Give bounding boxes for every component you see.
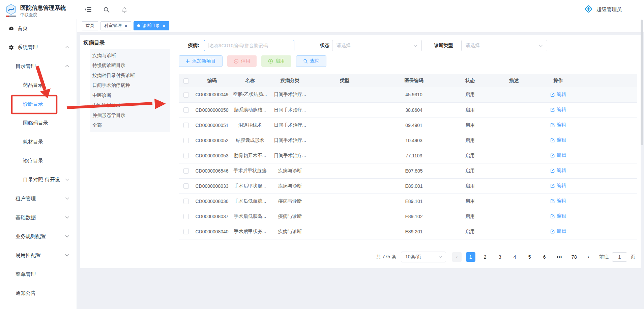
edit-button[interactable]: 编辑: [550, 213, 566, 219]
row-checkbox[interactable]: [183, 229, 189, 234]
sidebar-item-usability-config[interactable]: 易用性配置: [0, 246, 77, 265]
goto-page-input[interactable]: [612, 252, 627, 262]
sidebar-item-menu-management[interactable]: 菜单管理: [0, 265, 77, 284]
tab-label: 首页: [86, 23, 94, 29]
row-checkbox[interactable]: [183, 123, 189, 128]
row-checkbox-cell: [179, 209, 194, 224]
collapse-sidebar-icon[interactable]: [84, 6, 92, 13]
sidebar-item-drug-catalog[interactable]: 药品目录: [0, 76, 77, 95]
page-number[interactable]: 2: [480, 252, 490, 262]
page-number[interactable]: 78: [569, 252, 579, 262]
close-icon[interactable]: ×: [163, 23, 166, 28]
row-checkbox[interactable]: [183, 153, 189, 158]
row-checkbox-cell: [179, 133, 194, 148]
cell-insurance-code: 77.1103: [379, 148, 448, 163]
page-size-select[interactable]: 10条/页: [401, 252, 446, 262]
sidebar-item-catalog-management[interactable]: 目录管理: [0, 57, 77, 76]
sidebar-item-system-management[interactable]: 系统管理: [0, 38, 77, 57]
select-all-checkbox[interactable]: [183, 78, 189, 84]
cell-type: [310, 163, 379, 178]
chevron-down-icon: [413, 45, 417, 47]
page-number[interactable]: 5: [525, 252, 535, 262]
disease-search-input[interactable]: [204, 40, 294, 51]
row-checkbox[interactable]: [183, 214, 189, 219]
close-icon[interactable]: ×: [124, 23, 127, 28]
tab-科室管理[interactable]: 科室管理×: [100, 21, 131, 30]
diagnosis-table: 编码名称疾病分类类型医保编码状态描述操作 CD0000000049空肠-乙状结肠…: [179, 74, 637, 239]
catalog-item[interactable]: 中医诊断: [90, 91, 170, 101]
row-checkbox[interactable]: [183, 199, 189, 204]
row-checkbox-cell: [179, 148, 194, 163]
page-number[interactable]: 3: [495, 252, 505, 262]
page-number[interactable]: 4: [510, 252, 520, 262]
edit-button[interactable]: 编辑: [550, 198, 566, 204]
sidebar-item-treatment-catalog[interactable]: 诊疗目录: [0, 151, 77, 170]
catalog-item[interactable]: 按病种目录付费诊断: [90, 71, 170, 81]
more-pages-icon[interactable]: •••: [554, 252, 564, 262]
enable-button[interactable]: 启用: [261, 55, 291, 67]
catalog-item[interactable]: 肿瘤形态学目录: [90, 110, 170, 121]
catalog-item[interactable]: 全部: [90, 121, 170, 131]
cell-name: 肠系膜动脉结...: [230, 102, 270, 118]
tab-诊断目录[interactable]: 诊断目录×: [134, 21, 169, 30]
header-user-area[interactable]: 超级管理员: [584, 4, 644, 15]
brand-logo-caption: [6, 16, 16, 17]
chevron-down-icon: [65, 235, 69, 238]
sidebar-item-business-rules[interactable]: 业务规则配置: [0, 227, 77, 246]
row-checkbox[interactable]: [183, 183, 189, 189]
catalog-item[interactable]: 特慢病诊断目录: [90, 61, 170, 71]
pagination: 共 775 条 10条/页 ‹ 123456•••78 › 前往: [179, 252, 637, 262]
sidebar-item-label: 基础数据: [16, 214, 36, 221]
edit-button[interactable]: 编辑: [550, 168, 566, 174]
diagnosis-type-select[interactable]: 请选择: [461, 40, 547, 51]
sidebar-item-tenant-management[interactable]: 租户管理: [0, 189, 77, 208]
cell-type: [310, 224, 379, 239]
cell-type: [310, 133, 379, 148]
tab-label: 诊断目录: [142, 23, 160, 29]
catalog-item[interactable]: 日间手术治疗病种: [90, 81, 170, 91]
stop-button[interactable]: 停用: [227, 55, 257, 67]
sidebar-item-home[interactable]: 首页: [0, 19, 77, 38]
sidebar-item-consumable-catalog[interactable]: 耗材目录: [0, 132, 77, 151]
edit-button[interactable]: 编辑: [550, 152, 566, 158]
edit-button[interactable]: 编辑: [550, 183, 566, 189]
edit-button[interactable]: 编辑: [550, 122, 566, 128]
prev-page-button[interactable]: ‹: [452, 252, 462, 262]
cell-insurance-code: 45.9310: [379, 87, 448, 102]
sidebar-item-national-code-catalog[interactable]: 国临码目录: [0, 113, 77, 132]
page-number[interactable]: 1: [466, 252, 475, 262]
cell-actions: 编辑: [536, 133, 637, 148]
next-page-button[interactable]: ›: [584, 252, 593, 262]
edit-button[interactable]: 编辑: [550, 92, 566, 98]
sidebar-item-label: 易用性配置: [16, 252, 41, 259]
edit-icon: [550, 138, 555, 143]
row-checkbox[interactable]: [183, 138, 189, 143]
edit-label: 编辑: [557, 213, 566, 219]
search-icon: [303, 59, 308, 63]
edit-button[interactable]: 编辑: [550, 228, 566, 234]
catalog-item[interactable]: 中医证候目录: [90, 101, 170, 111]
page-number[interactable]: 6: [539, 252, 550, 262]
search-icon[interactable]: [103, 6, 110, 13]
status-select[interactable]: 请选择: [332, 40, 422, 51]
row-checkbox[interactable]: [183, 168, 189, 174]
tab-首页[interactable]: 首页: [82, 21, 98, 30]
row-checkbox-cell: [179, 163, 194, 178]
edit-button[interactable]: 编辑: [550, 137, 566, 143]
edit-button[interactable]: 编辑: [550, 107, 566, 113]
sidebar-item-notice[interactable]: 通知公告: [0, 284, 77, 303]
cell-code: CD0000008033: [194, 178, 230, 194]
sidebar-item-catalog-compare[interactable]: 目录对照-待开发: [0, 170, 77, 189]
sidebar-item-diagnosis-catalog[interactable]: 诊断目录: [0, 95, 77, 113]
scrollbar-thumb[interactable]: [641, 20, 643, 145]
catalog-item[interactable]: 疾病与诊断: [90, 51, 170, 61]
chevron-down-icon: [65, 254, 69, 257]
cell-status: 启用: [448, 224, 492, 239]
edit-icon: [550, 168, 555, 173]
row-checkbox[interactable]: [183, 92, 189, 98]
row-checkbox[interactable]: [183, 107, 189, 113]
sidebar-item-basic-data[interactable]: 基础数据: [0, 208, 77, 227]
query-button[interactable]: 查询: [296, 55, 326, 67]
add-item-button[interactable]: 添加新项目: [179, 55, 223, 67]
bell-icon[interactable]: [121, 6, 128, 13]
